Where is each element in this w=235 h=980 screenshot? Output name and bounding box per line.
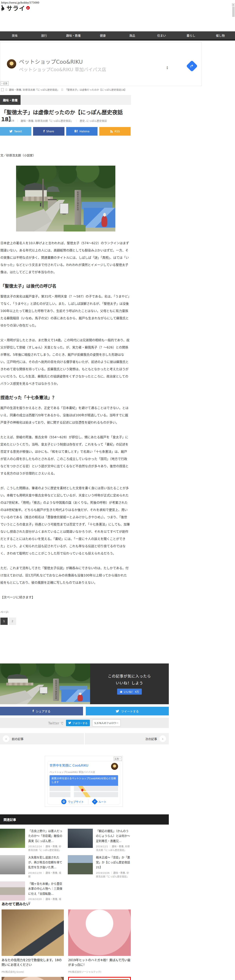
share-buttons-row-2: f シェアする ツイートする xyxy=(0,707,169,715)
page-root: https://serai.jp/hobby/375080 サライ jp ▲ 美… xyxy=(0,0,235,980)
spons-card-image xyxy=(2,910,64,956)
related-article-item[interactable]: 「観応の擾乱」（かんのうのじょうらん）とは何か～足利尊氏・直義兄...2019/… xyxy=(68,829,130,853)
notice-board xyxy=(40,687,48,694)
paragraph: たとえば、崇峻の死後、推古女帝（554～628）が即位し、甥にあたる厩戸を「皇太… xyxy=(0,434,130,477)
follower-count[interactable]: 5,576人のフォロワー xyxy=(92,719,121,726)
scrollbar-up-icon[interactable]: ▲ xyxy=(232,3,235,6)
rss-button[interactable]: RSS xyxy=(99,127,131,136)
related-article-thumb xyxy=(68,829,93,848)
top-ad-banner[interactable]: ペットショップCoo&RIKU ペットショップCoo&RIKU 草加バイパス店 … xyxy=(0,42,202,86)
category-badge[interactable]: 趣味・教養 xyxy=(0,95,21,105)
related-article-thumb xyxy=(0,881,25,900)
red-bib-statue xyxy=(78,694,83,701)
twitter-icon xyxy=(116,710,119,713)
nav-item-health[interactable]: 健康 xyxy=(88,31,118,39)
meta-divider: ｜ xyxy=(75,119,78,123)
spons-card[interactable]: 25歳に見える44歳主婦は1200円の大正製薬の技術でおばさん顔を7日で卒業 P… xyxy=(2,977,64,980)
nav-item-lifestyle[interactable]: 暮らし xyxy=(176,31,206,39)
red-bib-statue xyxy=(102,216,107,227)
top-ad-subtitle[interactable]: ペットショップCoo&RIKU 草加バイパス店 xyxy=(19,66,106,73)
article-tag-links[interactable]: 歴史, にっぽん歴史夜話 xyxy=(80,119,107,123)
nav-item-events[interactable]: 催し物 xyxy=(206,31,235,39)
ad-title-link[interactable]: 世界中を笑顔に Coo&RIKU xyxy=(49,763,88,768)
website-button[interactable]: ウェブサイト xyxy=(57,799,88,804)
article-hero-image: 聖德皇太子御誕生所 xyxy=(16,165,115,231)
globe-icon xyxy=(61,799,67,804)
next-article-link[interactable]: 次の記事 › xyxy=(85,733,169,745)
related-article-thumb xyxy=(0,829,25,848)
twitter-icon xyxy=(68,722,71,724)
blue-pond xyxy=(61,689,90,702)
tweet-button[interactable]: ツイートする xyxy=(86,707,169,715)
inline-ad-card[interactable]: 広告∨ 世界中を笑顔に Coo&RIKU ペットショップCoo&RIKU 草加バ… xyxy=(45,756,123,807)
main-nav: 美味 旅行 趣味・教養 健康 逸品 住まい 暮らし 催し物 xyxy=(0,31,235,39)
breadcrumb-separator-icon xyxy=(6,89,7,91)
related-article-item[interactable]: 大失態を犯し追放されたが、再び秀吉の信頼を得て乱世を生き抜いた男...2019/… xyxy=(0,855,63,879)
ad-map[interactable] xyxy=(49,786,118,797)
chevron-right-icon: › xyxy=(159,735,166,742)
tweet-button[interactable]: Tweet xyxy=(0,127,31,136)
like-panel-line2: いいね！しよう xyxy=(116,680,143,686)
twitter-follow-button[interactable]: フォローする xyxy=(66,720,90,726)
directions-icon[interactable] xyxy=(186,60,198,72)
map-pin-icon xyxy=(81,788,84,792)
pagination: 1 2 xyxy=(0,617,130,625)
paragraph: が、こうした問題は、筆者のように歴史を素材とした文章を書く身には思い当たることが… xyxy=(0,485,130,557)
related-articles-grid: 「吉良上野介」は悪人だったのか～「忠臣蔵」敵役の真実【にっぽん歴...2019/… xyxy=(0,829,131,905)
hatena-button[interactable]: B! Hatena xyxy=(66,127,97,136)
twitter-follow-bar: Twitter で フォローする 5,576人のフォロワー xyxy=(0,718,169,728)
stone-wall xyxy=(6,682,33,686)
rss-icon xyxy=(110,130,113,133)
page-2-button[interactable]: 2 xyxy=(9,617,16,625)
prev-next-nav: ‹ 前の記事 次の記事 › xyxy=(0,733,169,745)
facebook-icon: f xyxy=(32,710,34,713)
breadcrumb: 趣味・教養, 砂原浩太朗「にっぽん歴史夜話」 「聖徳太子」は虚像だったのか【にっ… xyxy=(1,88,127,92)
carousel-arrows-icon[interactable]: ▲▼ xyxy=(167,66,168,70)
nav-item-living[interactable]: 住まい xyxy=(147,31,176,39)
article-byline: 文／砂原浩太朗（小説家） xyxy=(0,153,36,157)
site-logo-jp-badge: jp xyxy=(26,6,30,10)
meta-divider: ｜ xyxy=(16,119,19,123)
like-panel-line1: この記事が気に入ったら xyxy=(108,673,151,679)
spons-card[interactable]: 2019年ヒットのハミガキ粉！黄ばんで汚い歯がまっ白に！ PR(株式会社ソーシャ… xyxy=(68,910,131,973)
ad-label[interactable]: ∨広告 xyxy=(1,81,9,86)
facebook-share-button[interactable]: f シェアする xyxy=(0,707,83,715)
article-category-links[interactable]: 趣味・教養, 砂原浩太朗「にっぽん歴史夜話」 xyxy=(21,119,73,123)
article-body: 日本史上の著名人を10人挙げよと言われれば、聖徳太子（574～622）のランクイ… xyxy=(0,240,130,625)
article-meta: 2019/7/28 ｜ 趣味・教養, 砂原浩太朗「にっぽん歴史夜話」 ｜ 歴史,… xyxy=(1,119,107,123)
prev-article-link[interactable]: ‹ 前の記事 xyxy=(0,733,84,745)
paragraph: 父・用明が没したときは、まだ数えで14歳。この時代には兄弟間の相続も一般的であり… xyxy=(0,337,130,387)
route-button[interactable]: ルート xyxy=(88,800,111,804)
nav-item-gourmet[interactable]: 美味 xyxy=(0,31,29,39)
nav-item-hobby[interactable]: 趣味・教養 xyxy=(59,31,88,39)
grass-patch xyxy=(64,225,86,231)
ad-label[interactable]: 広告∨ xyxy=(114,757,122,761)
breadcrumb-current: 「聖徳太子」は虚像だったのか【にっぽん歴史夜話18】 xyxy=(65,88,127,92)
facebook-share-button[interactable]: f Share xyxy=(33,127,64,136)
spons-card-image xyxy=(68,910,131,956)
page-1-button[interactable]: 1 xyxy=(0,617,8,625)
twitter-follow-label: Twitter で xyxy=(48,721,64,725)
spons-card-image xyxy=(70,979,129,980)
facebook-icon: f xyxy=(43,130,45,133)
spons-card[interactable]: あなたの信用力を2分で数値化します。18の問いにお答えください PR(株式会社J… xyxy=(2,910,64,973)
related-article-item[interactable]: 楠木正成～「忠臣」か「悪党」か【にっぽん歴史夜話21】2019/10/26 ｜ … xyxy=(68,855,130,879)
like-panel: この記事が気に入ったら いいね！しよう いいね！ 4万 xyxy=(90,663,169,704)
stone-monument: 聖德皇太子御誕生所 xyxy=(53,679,59,701)
scrollbar-thumb[interactable] xyxy=(232,7,235,17)
nav-item-goods[interactable]: 逸品 xyxy=(118,31,147,39)
home-icon[interactable] xyxy=(1,88,4,91)
ad-banner-text[interactable]: 創業20年を迎えるペットショップCoo&RIKUは安心と信頼します xyxy=(49,775,118,786)
cooriku-logo-icon xyxy=(111,763,118,770)
related-article-item[interactable]: 「吉良上野介」は悪人だったのか～「忠臣蔵」敵役の真実【にっぽん歴...2019/… xyxy=(0,829,63,853)
nav-item-travel[interactable]: 旅行 xyxy=(29,31,59,39)
breadcrumb-category-link[interactable]: 趣味・教養, 砂原浩太朗「にっぽん歴史夜話」 xyxy=(9,88,60,92)
sponsored-read-also: あわせて読みたい あなたの信用力を2分で数値化します。18の問いにお答えください… xyxy=(0,901,131,980)
facebook-like-button[interactable]: いいね！ 4万 xyxy=(117,689,141,695)
category-header: 趣味・教養 xyxy=(0,95,131,105)
top-ad-title[interactable]: ペットショップCoo&RIKU xyxy=(19,57,83,65)
like-follow-box: 聖德皇太子御誕生所 この記事が気に入ったら いいね！しよう いいね！ 4万 xyxy=(0,663,169,704)
hatena-icon: B! xyxy=(75,130,78,133)
spons-card-highlighted[interactable]: 「なぜ日本人は英語が話せないのか？」実はあることをすれば... PR(株式会社L… xyxy=(68,977,131,980)
site-logo[interactable]: サライ jp xyxy=(1,3,30,12)
